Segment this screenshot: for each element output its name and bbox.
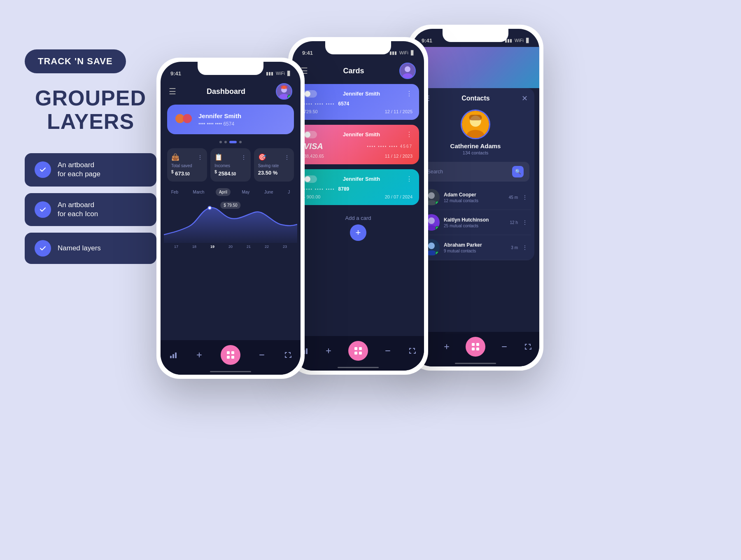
card-more-1[interactable]: ⋮: [406, 90, 412, 98]
bottom-nav-2: [292, 336, 424, 371]
card-banner[interactable]: Jennifer Smith •••• •••• •••• 6574: [167, 105, 294, 134]
mastercard-logo: [175, 111, 192, 128]
bottom-nav-1: [161, 340, 301, 375]
card-toggle-1[interactable]: [304, 90, 317, 98]
contact-row-kaitlyn[interactable]: Kaitlyn Hutchinson 25 mutual contacts 12…: [420, 210, 531, 235]
month-mar[interactable]: March: [190, 188, 208, 196]
check-icon-1: [35, 161, 51, 178]
stat-more-3[interactable]: ⋮: [284, 154, 290, 161]
nav-add-icon[interactable]: [195, 351, 203, 359]
nav-add-icon-2[interactable]: [324, 347, 333, 355]
date-20: 20: [228, 245, 233, 249]
nav-expand-icon[interactable]: [284, 351, 292, 359]
svg-rect-8: [172, 354, 174, 358]
date-23: 23: [283, 245, 287, 249]
contact-row-abraham[interactable]: Abraham Parker 9 mutual contacts 3 m ⋮: [420, 235, 531, 260]
mc-right-circle: [183, 114, 192, 123]
feature-label-3: Named layers: [58, 244, 101, 253]
nav-chart-icon[interactable]: [169, 351, 177, 359]
nav-grid-icon[interactable]: [221, 345, 240, 365]
card-teal[interactable]: Jennifer Smith ⋮ •••• •••• •••• 8789 - 9…: [297, 169, 419, 205]
card-2-expiry: 11 / 12 / 2023: [385, 154, 412, 159]
nav-grid-icon-3[interactable]: [466, 337, 485, 357]
bottom-nav-3: [412, 332, 539, 366]
menu-icon[interactable]: ☰: [169, 86, 176, 96]
card-holder-name: Jennifer Smith: [198, 112, 286, 119]
dot-3-active[interactable]: [229, 141, 237, 143]
svg-point-37: [428, 243, 435, 249]
phone-notch-2: [325, 41, 391, 54]
contact-more-kaitlyn[interactable]: ⋮: [522, 219, 528, 226]
stat-more-1[interactable]: ⋮: [197, 154, 203, 161]
dot-4[interactable]: [239, 141, 242, 143]
cards-header: ☰ Cards: [292, 59, 424, 84]
card-3-last: 8789: [338, 186, 350, 192]
nav-expand-icon-3[interactable]: [524, 343, 532, 351]
contact-online-dot-2: [435, 226, 439, 230]
user-avatar-2[interactable]: [399, 63, 416, 79]
online-indicator: [287, 95, 291, 99]
search-bar[interactable]: Search 🔍: [422, 162, 529, 182]
battery-icon-2: ▊: [411, 50, 414, 56]
svg-rect-46: [502, 346, 507, 347]
svg-rect-22: [359, 347, 362, 350]
svg-rect-44: [472, 348, 475, 350]
nav-minus-icon[interactable]: [258, 351, 266, 359]
contact-name-adam: Adam Cooper: [444, 192, 505, 198]
svg-rect-12: [227, 356, 230, 359]
search-button[interactable]: 🔍: [512, 166, 524, 177]
svg-rect-20: [306, 348, 308, 354]
wifi-icon: WiFi: [276, 71, 285, 76]
contact-row-adam[interactable]: Adam Cooper 12 mutual contacts 45 m ⋮: [420, 185, 531, 210]
svg-point-16: [405, 66, 410, 72]
contact-more-adam[interactable]: ⋮: [522, 194, 528, 201]
card-toggle-3[interactable]: [304, 175, 317, 183]
visa-brand-label: VISA: [304, 142, 323, 151]
profile-avatar: [461, 110, 490, 139]
nav-minus-icon-3[interactable]: [500, 343, 508, 351]
user-avatar-1[interactable]: [276, 83, 292, 100]
card-1-balance: 729.50: [304, 109, 318, 114]
month-feb[interactable]: Feb: [168, 188, 182, 196]
card-info: Jennifer Smith •••• •••• •••• 6574: [198, 112, 286, 127]
card-3-expiry: 20 / 07 / 2024: [385, 194, 412, 199]
card-more-2[interactable]: ⋮: [406, 131, 412, 138]
profile-avatar-bg: [462, 111, 489, 138]
close-contacts-icon[interactable]: ✕: [522, 94, 528, 103]
svg-point-31: [428, 192, 435, 199]
search-placeholder: Search: [427, 169, 443, 175]
dot-2[interactable]: [224, 141, 227, 143]
svg-rect-4: [281, 86, 287, 89]
month-jun[interactable]: June: [261, 188, 277, 196]
rate-value: 23.50 %: [258, 170, 290, 176]
contacts-title: Contacts: [461, 95, 489, 102]
card-3-name: Jennifer Smith: [343, 176, 380, 182]
date-17: 17: [174, 245, 178, 249]
stat-more-2[interactable]: ⋮: [241, 154, 247, 161]
nav-home-indicator-3: [455, 363, 496, 364]
month-jul[interactable]: J: [284, 188, 293, 196]
card-3-balance: - 900.00: [304, 194, 320, 199]
card-1-name: Jennifer Smith: [343, 91, 380, 97]
nav-add-icon-3[interactable]: [443, 343, 451, 351]
add-card-label: Add a card: [345, 215, 371, 221]
card-2-dots: •••• •••• •••• 4567: [367, 144, 412, 149]
profile-name: Catherine Adams: [450, 142, 501, 149]
month-may[interactable]: May: [238, 188, 253, 196]
nav-minus-icon-2[interactable]: [384, 347, 392, 355]
svg-point-6: [208, 207, 211, 209]
nav-expand-icon-2[interactable]: [408, 347, 416, 355]
card-blue[interactable]: Jennifer Smith ⋮ •••• •••• •••• 6574 729…: [297, 84, 419, 120]
month-apr[interactable]: April: [216, 188, 231, 196]
contact-mutual-abraham: 9 mutual contacts: [444, 249, 507, 253]
card-toggle-2[interactable]: [304, 131, 317, 138]
add-card-button[interactable]: +: [350, 224, 366, 241]
card-pink[interactable]: Jennifer Smith ⋮ VISA •••• •••• •••• 456…: [297, 125, 419, 164]
contact-mutual-adam: 12 mutual contacts: [444, 198, 505, 203]
stat-total-saved: 👜 ⋮ Total saved $ 673.50: [167, 148, 207, 182]
contact-more-abraham[interactable]: ⋮: [522, 244, 528, 251]
nav-grid-icon-2[interactable]: [348, 341, 368, 361]
card-more-3[interactable]: ⋮: [406, 175, 412, 183]
dot-1[interactable]: [219, 141, 222, 143]
dashboard-title: Dashboard: [207, 87, 245, 96]
